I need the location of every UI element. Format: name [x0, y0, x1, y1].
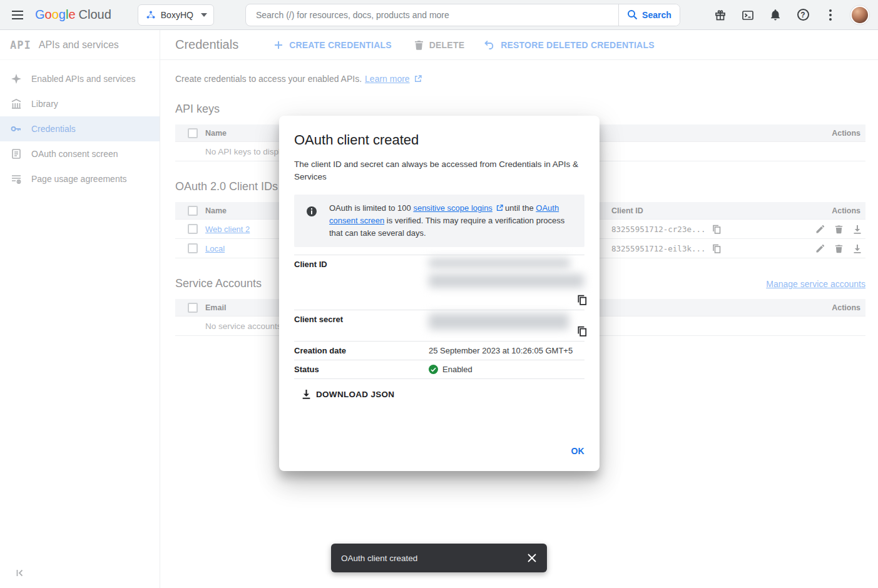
- cloud-shell-icon: [742, 9, 754, 21]
- ok-button[interactable]: OK: [571, 446, 584, 456]
- logo-cloud-text: Cloud: [79, 8, 111, 22]
- hamburger-icon: [12, 11, 23, 19]
- search-button-label: Search: [642, 10, 671, 20]
- redacted-client-id-line2: [429, 274, 584, 288]
- gift-button[interactable]: [708, 3, 733, 28]
- logo-letter: G: [35, 8, 45, 22]
- redacted-client-secret: [429, 313, 569, 330]
- status-label: Status: [294, 365, 429, 374]
- status-enabled-icon: [429, 365, 438, 374]
- download-json-label: DOWNLOAD JSON: [316, 390, 394, 399]
- redacted-client-id-line1: [429, 258, 570, 268]
- hamburger-menu-button[interactable]: [5, 3, 30, 28]
- app-root: Google Cloud BoxyHQ Search: [0, 0, 878, 588]
- oauth-client-created-dialog: OAuth client created The client ID and s…: [279, 116, 600, 471]
- copy-icon: [577, 295, 587, 305]
- google-cloud-logo[interactable]: Google Cloud: [35, 8, 111, 22]
- info-icon: [294, 202, 329, 240]
- status-enabled-text: Enabled: [442, 365, 472, 374]
- bell-icon: [769, 9, 782, 21]
- help-button[interactable]: ?: [790, 3, 815, 28]
- notifications-button[interactable]: [763, 3, 788, 28]
- creation-date-label: Creation date: [294, 346, 429, 355]
- dialog-title: OAuth client created: [294, 132, 584, 148]
- search-button[interactable]: Search: [618, 4, 680, 26]
- search-bar: Search: [245, 4, 680, 26]
- logo-letter: o: [45, 8, 52, 22]
- project-selector-button[interactable]: BoxyHQ: [138, 4, 214, 26]
- client-secret-value-redacted: [429, 315, 584, 337]
- notice-pre: OAuth is limited to 100: [329, 203, 413, 213]
- sensitive-scope-logins-link[interactable]: sensitive scope logins: [413, 203, 492, 213]
- download-icon: [302, 389, 311, 399]
- topbar: Google Cloud BoxyHQ Search: [0, 0, 878, 30]
- topbar-actions: ?: [708, 3, 878, 28]
- help-icon: ?: [797, 9, 809, 21]
- notice-mid: until the: [503, 203, 536, 213]
- chevron-down-icon: [201, 13, 207, 17]
- project-icon: [146, 10, 156, 20]
- dialog-description: The client ID and secret can always be a…: [294, 158, 584, 183]
- status-value: Enabled: [429, 365, 584, 374]
- close-icon: [528, 554, 536, 562]
- download-json-button[interactable]: DOWNLOAD JSON: [302, 389, 394, 399]
- toast-close-button[interactable]: [521, 547, 543, 569]
- client-id-value-redacted: [429, 260, 584, 305]
- dialog-fields: Client ID Client secret: [294, 255, 584, 379]
- search-icon: [627, 9, 638, 20]
- status-row: Status Enabled: [294, 360, 584, 379]
- logo-letter: g: [59, 8, 66, 22]
- more-vert-icon: [829, 9, 832, 21]
- client-id-label: Client ID: [294, 260, 429, 305]
- user-avatar[interactable]: [850, 6, 869, 24]
- more-options-button[interactable]: [818, 3, 843, 28]
- client-id-row: Client ID: [294, 255, 584, 310]
- search-input[interactable]: [246, 4, 618, 26]
- oauth-limit-notice: OAuth is limited to 100 sensitive scope …: [294, 195, 584, 247]
- copy-client-id-button[interactable]: [577, 295, 587, 305]
- copy-icon: [577, 326, 587, 337]
- toast-message: OAuth client created: [341, 554, 521, 563]
- cloud-shell-button[interactable]: [735, 3, 760, 28]
- logo-letter: o: [52, 8, 59, 22]
- external-link-icon: [496, 205, 503, 211]
- project-name: BoxyHQ: [161, 10, 193, 20]
- client-secret-row: Client secret: [294, 310, 584, 341]
- client-secret-label: Client secret: [294, 315, 429, 337]
- creation-date-row: Creation date 25 September 2023 at 10:26…: [294, 341, 584, 360]
- notice-text: OAuth is limited to 100 sensitive scope …: [329, 202, 576, 240]
- creation-date-value: 25 September 2023 at 10:26:05 GMT+5: [429, 346, 584, 355]
- toast: OAuth client created: [331, 544, 547, 572]
- copy-client-secret-button[interactable]: [577, 326, 587, 337]
- logo-letter: e: [68, 8, 75, 22]
- gift-icon: [714, 9, 727, 21]
